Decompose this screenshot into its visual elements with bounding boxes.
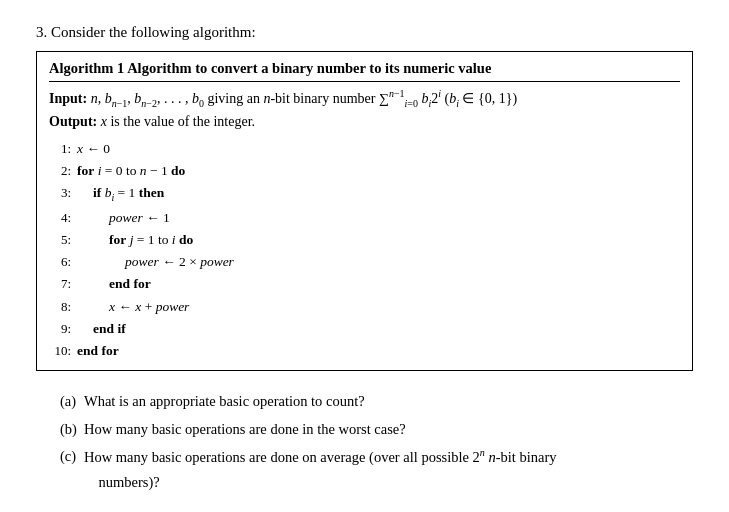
part-c-label: (c) [60,444,84,469]
part-b: (b) How many basic operations are done i… [60,417,693,442]
algorithm-output: Output: x is the value of the integer. [49,111,680,133]
part-a: (a) What is an appropriate basic operati… [60,389,693,414]
code-line-8: 8: x ← x + power [49,296,680,318]
code-line-1: 1: x ← 0 [49,138,680,160]
code-line-4: 4: power ← 1 [49,207,680,229]
algorithm-code: 1: x ← 0 2: for i = 0 to n − 1 do 3: if … [49,138,680,363]
algorithm-title: Algorithm 1 Algorithm to convert a binar… [49,60,680,82]
part-a-text: What is an appropriate basic operation t… [84,389,365,414]
part-c-text: How many basic operations are done on av… [84,444,557,496]
parts-section: (a) What is an appropriate basic operati… [36,389,693,495]
part-b-label: (b) [60,417,84,442]
code-line-2: 2: for i = 0 to n − 1 do [49,160,680,182]
algorithm-box: Algorithm 1 Algorithm to convert a binar… [36,51,693,371]
code-line-6: 6: power ← 2 × power [49,251,680,273]
code-line-5: 5: for j = 1 to i do [49,229,680,251]
code-line-10: 10: end for [49,340,680,362]
code-line-9: 9: end if [49,318,680,340]
algorithm-title-text: Algorithm to convert a binary number to … [127,60,491,76]
algorithm-input: Input: n, bn−1, bn−2, . . . , b0 giving … [49,86,680,111]
part-a-label: (a) [60,389,84,414]
problem-number: 3. Consider the following algorithm: [36,24,693,41]
part-b-text: How many basic operations are done in th… [84,417,406,442]
algorithm-label: Algorithm 1 [49,60,124,76]
code-line-3: 3: if bi = 1 then [49,182,680,206]
code-line-7: 7: end for [49,273,680,295]
part-c: (c) How many basic operations are done o… [60,444,693,496]
